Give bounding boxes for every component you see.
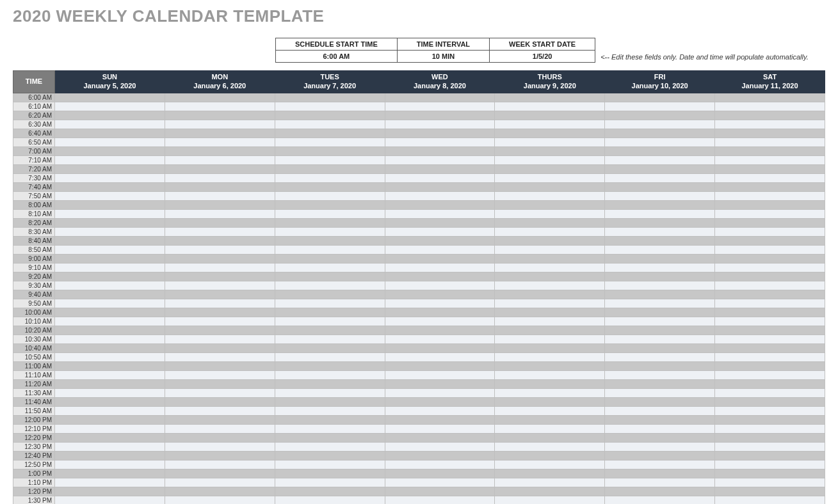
schedule-cell[interactable] [165, 478, 275, 487]
schedule-cell[interactable] [495, 236, 605, 245]
schedule-cell[interactable] [55, 317, 165, 326]
schedule-cell[interactable] [275, 308, 385, 317]
schedule-cell[interactable] [275, 146, 385, 155]
schedule-cell[interactable] [55, 245, 165, 254]
schedule-cell[interactable] [275, 469, 385, 478]
schedule-cell[interactable] [605, 317, 715, 326]
schedule-cell[interactable] [495, 361, 605, 370]
schedule-cell[interactable] [385, 173, 495, 182]
schedule-cell[interactable] [715, 424, 825, 433]
schedule-cell[interactable] [495, 146, 605, 155]
schedule-cell[interactable] [495, 335, 605, 343]
schedule-cell[interactable] [275, 343, 385, 352]
schedule-cell[interactable] [165, 281, 275, 290]
schedule-cell[interactable] [495, 352, 605, 361]
schedule-cell[interactable] [165, 138, 275, 146]
schedule-cell[interactable] [165, 272, 275, 281]
schedule-cell[interactable] [165, 209, 275, 218]
schedule-cell[interactable] [495, 111, 605, 120]
schedule-cell[interactable] [385, 308, 495, 317]
schedule-cell[interactable] [385, 111, 495, 120]
schedule-cell[interactable] [715, 370, 825, 379]
schedule-cell[interactable] [495, 245, 605, 254]
schedule-cell[interactable] [605, 308, 715, 317]
schedule-cell[interactable] [605, 93, 715, 102]
schedule-cell[interactable] [55, 415, 165, 424]
schedule-cell[interactable] [605, 263, 715, 272]
schedule-cell[interactable] [495, 191, 605, 200]
schedule-cell[interactable] [385, 424, 495, 433]
schedule-cell[interactable] [55, 388, 165, 397]
schedule-cell[interactable] [385, 102, 495, 111]
schedule-cell[interactable] [385, 155, 495, 164]
schedule-cell[interactable] [275, 317, 385, 326]
schedule-cell[interactable] [275, 102, 385, 111]
schedule-cell[interactable] [715, 308, 825, 317]
schedule-cell[interactable] [605, 406, 715, 415]
schedule-cell[interactable] [55, 254, 165, 263]
schedule-cell[interactable] [605, 236, 715, 245]
schedule-cell[interactable] [605, 397, 715, 406]
schedule-cell[interactable] [275, 191, 385, 200]
schedule-cell[interactable] [495, 433, 605, 442]
schedule-cell[interactable] [165, 254, 275, 263]
schedule-cell[interactable] [55, 111, 165, 120]
schedule-cell[interactable] [55, 173, 165, 182]
schedule-cell[interactable] [55, 460, 165, 469]
schedule-cell[interactable] [55, 424, 165, 433]
schedule-cell[interactable] [165, 200, 275, 209]
schedule-cell[interactable] [495, 227, 605, 236]
schedule-cell[interactable] [605, 173, 715, 182]
schedule-cell[interactable] [275, 442, 385, 451]
schedule-cell[interactable] [165, 424, 275, 433]
schedule-cell[interactable] [715, 281, 825, 290]
schedule-cell[interactable] [385, 129, 495, 138]
schedule-cell[interactable] [275, 424, 385, 433]
schedule-cell[interactable] [605, 191, 715, 200]
schedule-cell[interactable] [495, 173, 605, 182]
schedule-cell[interactable] [605, 326, 715, 335]
schedule-cell[interactable] [165, 308, 275, 317]
schedule-cell[interactable] [495, 299, 605, 308]
schedule-cell[interactable] [605, 164, 715, 173]
schedule-cell[interactable] [55, 370, 165, 379]
schedule-cell[interactable] [605, 111, 715, 120]
schedule-cell[interactable] [715, 442, 825, 451]
schedule-cell[interactable] [715, 227, 825, 236]
schedule-cell[interactable] [495, 218, 605, 227]
schedule-cell[interactable] [275, 451, 385, 460]
schedule-cell[interactable] [385, 442, 495, 451]
schedule-cell[interactable] [715, 460, 825, 469]
schedule-cell[interactable] [605, 415, 715, 424]
schedule-cell[interactable] [385, 469, 495, 478]
schedule-cell[interactable] [715, 343, 825, 352]
schedule-cell[interactable] [275, 263, 385, 272]
schedule-cell[interactable] [495, 388, 605, 397]
schedule-cell[interactable] [165, 379, 275, 388]
schedule-cell[interactable] [275, 93, 385, 102]
schedule-cell[interactable] [165, 496, 275, 504]
schedule-cell[interactable] [385, 200, 495, 209]
schedule-cell[interactable] [55, 397, 165, 406]
schedule-cell[interactable] [605, 487, 715, 496]
schedule-cell[interactable] [715, 388, 825, 397]
schedule-cell[interactable] [385, 379, 495, 388]
schedule-cell[interactable] [55, 361, 165, 370]
schedule-cell[interactable] [275, 478, 385, 487]
schedule-cell[interactable] [715, 191, 825, 200]
schedule-cell[interactable] [495, 272, 605, 281]
schedule-cell[interactable] [165, 335, 275, 343]
schedule-cell[interactable] [715, 433, 825, 442]
schedule-cell[interactable] [605, 245, 715, 254]
schedule-cell[interactable] [385, 182, 495, 191]
schedule-cell[interactable] [385, 290, 495, 299]
schedule-cell[interactable] [495, 442, 605, 451]
schedule-cell[interactable] [715, 469, 825, 478]
schedule-cell[interactable] [495, 496, 605, 504]
schedule-cell[interactable] [55, 146, 165, 155]
schedule-cell[interactable] [385, 93, 495, 102]
schedule-cell[interactable] [55, 218, 165, 227]
schedule-cell[interactable] [275, 370, 385, 379]
schedule-cell[interactable] [605, 281, 715, 290]
schedule-cell[interactable] [385, 496, 495, 504]
